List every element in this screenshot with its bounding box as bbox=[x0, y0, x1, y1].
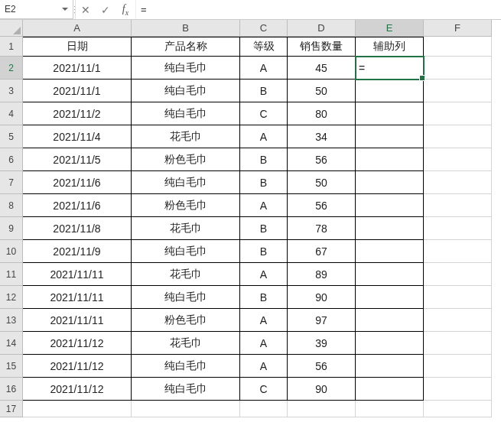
cell[interactable]: 2021/11/12 bbox=[23, 378, 132, 401]
cell[interactable] bbox=[356, 332, 424, 355]
cell[interactable] bbox=[356, 286, 424, 309]
cell[interactable]: A bbox=[240, 194, 288, 217]
cell[interactable]: 56 bbox=[288, 355, 356, 378]
cell[interactable]: 花毛巾 bbox=[132, 217, 240, 240]
row-header[interactable]: 6 bbox=[0, 148, 23, 171]
cell[interactable] bbox=[424, 102, 492, 125]
cell[interactable]: 2021/11/12 bbox=[23, 355, 132, 378]
cell[interactable]: 纯白毛巾 bbox=[132, 286, 240, 309]
cell[interactable]: B bbox=[240, 171, 288, 194]
cell[interactable] bbox=[424, 378, 492, 401]
cell[interactable]: A bbox=[240, 309, 288, 332]
row-header[interactable]: 3 bbox=[0, 80, 23, 102]
cell[interactable]: 2021/11/2 bbox=[23, 102, 132, 125]
cell[interactable] bbox=[356, 240, 424, 263]
cell[interactable]: 67 bbox=[288, 240, 356, 263]
insert-function-button[interactable]: fx bbox=[115, 0, 135, 19]
cell[interactable]: 90 bbox=[288, 286, 356, 309]
cell[interactable]: B bbox=[240, 148, 288, 171]
cell[interactable] bbox=[356, 80, 424, 102]
cell[interactable]: A bbox=[240, 263, 288, 286]
cell[interactable]: 2021/11/6 bbox=[23, 194, 132, 217]
cell-A1[interactable]: 日期 bbox=[23, 37, 132, 57]
cell[interactable] bbox=[23, 401, 132, 417]
cancel-button[interactable]: ✕ bbox=[76, 0, 96, 19]
cell[interactable]: B bbox=[240, 286, 288, 309]
cell[interactable]: C bbox=[240, 102, 288, 125]
cell[interactable]: 39 bbox=[288, 332, 356, 355]
row-header[interactable]: 5 bbox=[0, 125, 23, 148]
cell[interactable]: B bbox=[240, 240, 288, 263]
col-header-F[interactable]: F bbox=[424, 20, 492, 37]
row-header[interactable]: 13 bbox=[0, 309, 23, 332]
cell[interactable]: B bbox=[240, 217, 288, 240]
cell[interactable] bbox=[356, 401, 424, 417]
cell[interactable]: 纯白毛巾 bbox=[132, 80, 240, 102]
cell[interactable]: 2021/11/4 bbox=[23, 125, 132, 148]
cell-A2[interactable]: 2021/11/1 bbox=[23, 57, 132, 80]
row-header[interactable]: 17 bbox=[0, 401, 23, 417]
cell[interactable] bbox=[132, 401, 240, 417]
cell[interactable] bbox=[424, 171, 492, 194]
cell[interactable]: 纯白毛巾 bbox=[132, 171, 240, 194]
cell[interactable] bbox=[424, 80, 492, 102]
cell[interactable] bbox=[424, 263, 492, 286]
cell[interactable]: 粉色毛巾 bbox=[132, 194, 240, 217]
cell[interactable] bbox=[356, 309, 424, 332]
cell[interactable]: B bbox=[240, 80, 288, 102]
cell[interactable] bbox=[424, 286, 492, 309]
row-header[interactable]: 9 bbox=[0, 217, 23, 240]
cell[interactable]: 56 bbox=[288, 194, 356, 217]
cell[interactable]: C bbox=[240, 378, 288, 401]
row-header[interactable]: 16 bbox=[0, 378, 23, 401]
cell-C2[interactable]: A bbox=[240, 57, 288, 80]
row-header[interactable]: 4 bbox=[0, 102, 23, 125]
col-header-A[interactable]: A bbox=[23, 20, 132, 37]
cell[interactable]: 2021/11/1 bbox=[23, 80, 132, 102]
cell[interactable]: 97 bbox=[288, 309, 356, 332]
cell[interactable] bbox=[356, 355, 424, 378]
row-header[interactable]: 12 bbox=[0, 286, 23, 309]
cell[interactable]: 2021/11/11 bbox=[23, 286, 132, 309]
cell[interactable]: 纯白毛巾 bbox=[132, 355, 240, 378]
row-header[interactable]: 2 bbox=[0, 57, 23, 80]
cell[interactable]: 2021/11/11 bbox=[23, 309, 132, 332]
cell-C1[interactable]: 等级 bbox=[240, 37, 288, 57]
cell[interactable]: 2021/11/5 bbox=[23, 148, 132, 171]
cell[interactable] bbox=[424, 148, 492, 171]
cell[interactable]: 粉色毛巾 bbox=[132, 148, 240, 171]
col-header-B[interactable]: B bbox=[132, 20, 240, 37]
row-header[interactable]: 8 bbox=[0, 194, 23, 217]
row-header[interactable]: 15 bbox=[0, 355, 23, 378]
formula-input[interactable]: = bbox=[135, 0, 501, 19]
cell-E2[interactable]: = bbox=[356, 57, 424, 80]
cell[interactable] bbox=[356, 171, 424, 194]
enter-button[interactable]: ✓ bbox=[96, 0, 115, 19]
cell-D1[interactable]: 销售数量 bbox=[288, 37, 356, 57]
cell-B1[interactable]: 产品名称 bbox=[132, 37, 240, 57]
cell[interactable] bbox=[288, 401, 356, 417]
row-header[interactable]: 14 bbox=[0, 332, 23, 355]
cell[interactable]: 2021/11/9 bbox=[23, 240, 132, 263]
cell[interactable]: A bbox=[240, 125, 288, 148]
cell[interactable]: 2021/11/11 bbox=[23, 263, 132, 286]
cell[interactable] bbox=[424, 309, 492, 332]
cell[interactable]: 78 bbox=[288, 217, 356, 240]
cell[interactable] bbox=[424, 355, 492, 378]
row-header[interactable]: 10 bbox=[0, 240, 23, 263]
cell[interactable] bbox=[424, 194, 492, 217]
cell[interactable] bbox=[356, 148, 424, 171]
cell[interactable]: 花毛巾 bbox=[132, 263, 240, 286]
row-header[interactable]: 1 bbox=[0, 37, 23, 57]
cell[interactable]: 纯白毛巾 bbox=[132, 378, 240, 401]
cell[interactable] bbox=[424, 125, 492, 148]
cell[interactable]: 花毛巾 bbox=[132, 125, 240, 148]
cell[interactable] bbox=[424, 217, 492, 240]
cell[interactable]: 50 bbox=[288, 171, 356, 194]
cell[interactable]: A bbox=[240, 355, 288, 378]
cell[interactable] bbox=[424, 332, 492, 355]
cell[interactable]: 纯白毛巾 bbox=[132, 240, 240, 263]
cell[interactable]: 50 bbox=[288, 80, 356, 102]
cell[interactable] bbox=[356, 263, 424, 286]
cell[interactable]: 纯白毛巾 bbox=[132, 102, 240, 125]
